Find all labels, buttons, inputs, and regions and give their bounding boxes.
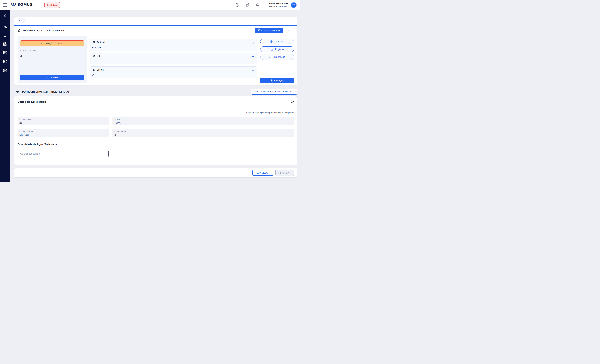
svg-text:?: ? <box>237 4 238 6</box>
stopwatch-icon <box>41 42 44 45</box>
logo-dot: . <box>33 3 34 7</box>
servicos-button[interactable]: ⚙ Serviços <box>260 77 294 84</box>
cliente-card[interactable]: Cliente Ge <box>90 66 257 78</box>
registro-button[interactable]: Registro <box>260 47 294 52</box>
info-icon[interactable] <box>290 100 294 103</box>
sidebar-item-widgets-2[interactable] <box>0 49 10 56</box>
house-icon <box>92 55 95 57</box>
note-add-icon[interactable] <box>245 3 250 7</box>
duration-panel: Duração: 19:21:17 ATENDIMENTO ✕ Finaliza… <box>18 36 87 83</box>
save-button[interactable]: SALVAR <box>275 170 294 176</box>
sidebar-item-widgets-4[interactable] <box>0 67 10 74</box>
info-card-label: Cliente <box>97 69 104 71</box>
top-bar: SOMUS . Qualidade ? EDWARD WILSON Atendi… <box>0 0 300 10</box>
info-card-value: 6172233 <box>92 46 101 49</box>
arrow-right-icon[interactable] <box>251 69 255 72</box>
person-icon <box>92 68 95 71</box>
sidebar <box>0 10 10 182</box>
required-fields-note: Campos com (*) são de preenchimento obri… <box>246 112 294 114</box>
solicitacao-form-card: Dados da Solicitação Campos com (*) são … <box>14 96 297 165</box>
atendimento-label: ATENDIMENTO <box>20 50 84 52</box>
duration-banner: Duração: 19:21:17 <box>20 40 84 46</box>
sidebar-item-customer-home[interactable] <box>0 23 10 30</box>
main-content: 19:21:17 Solicitante: SOLICITAÇÃO INTERN… <box>10 10 300 182</box>
page-title: Fornecimento Caminhão Tanque <box>22 90 69 93</box>
cancel-button[interactable]: CANCELAR <box>253 170 273 176</box>
field-codigo-uc: Código da UC 21 <box>18 117 109 125</box>
qualidade-badge: Qualidade <box>44 2 60 8</box>
save-disk-icon <box>278 171 281 174</box>
sidebar-item-widgets-1[interactable] <box>0 41 10 47</box>
informacao-button[interactable]: Informação <box>260 54 294 60</box>
logo-text: SOMUS <box>18 2 33 7</box>
quantity-input[interactable] <box>18 150 109 157</box>
field-endereco: Endereço R JOA <box>112 117 294 125</box>
receipt-icon <box>92 41 95 44</box>
logo-mark-icon <box>11 2 16 7</box>
field-codigo-cliente: Código Cliente 6187563 <box>18 129 109 137</box>
field-nome-cliente: Nome Cliente GER <box>112 129 294 137</box>
info-card-value: 21 <box>92 60 95 63</box>
note-add-icon <box>271 48 274 51</box>
registro-atendimento-ss-button[interactable]: REGISTRO DE ATENDIMENTO SS <box>251 89 297 95</box>
uc-card[interactable]: UC 21 <box>90 53 257 65</box>
protocolo-button[interactable]: Protocolo <box>260 39 294 44</box>
quantity-section-title: Quantidade de Água Solicitada <box>18 143 57 146</box>
finalizar-button[interactable]: ✕ Finalizar <box>20 75 84 80</box>
sidebar-item-home[interactable] <box>0 12 10 18</box>
person-add-icon <box>257 29 260 32</box>
cadastrar-solicitante-button[interactable]: Cadastrar Solicitante <box>255 28 283 33</box>
arrow-right-icon[interactable] <box>251 41 255 44</box>
user-name: EDWARD WILSON <box>269 2 288 5</box>
sidebar-item-widgets-3[interactable] <box>0 58 10 65</box>
info-card-label: UC <box>97 55 100 57</box>
collapse-chevron-icon[interactable] <box>287 29 290 32</box>
protocolo-card[interactable]: Protocolo 6172233 <box>90 39 257 51</box>
solicitante-value: SOLICITAÇÃO INTERNA <box>36 29 64 32</box>
mouse-cursor <box>20 55 23 57</box>
help-icon[interactable]: ? <box>235 3 240 7</box>
user-role: Atendimento Adminis... <box>269 5 288 8</box>
user-info[interactable]: EDWARD WILSON Atendimento Adminis... <box>269 2 288 8</box>
people-icon <box>18 29 21 32</box>
timer-tab[interactable]: 19:21:17 <box>18 18 25 23</box>
bell-icon[interactable] <box>255 3 260 7</box>
section-title: Dados da Solicitação <box>18 100 46 103</box>
sidebar-item-clipboard[interactable] <box>0 32 10 38</box>
solicitante-label: Solicitante: <box>23 29 36 32</box>
menu-icon[interactable] <box>3 3 7 7</box>
avatar[interactable]: EW <box>291 2 297 8</box>
back-arrow-icon[interactable] <box>16 90 19 93</box>
chat-icon <box>270 40 273 43</box>
atendimento-card: 19:21:17 Solicitante: SOLICITAÇÃO INTERN… <box>14 17 297 85</box>
info-card-value: Ge <box>92 74 95 76</box>
gear-icon: ⚙ <box>270 79 273 82</box>
form-actions-bar: CANCELAR SALVAR <box>14 168 297 177</box>
sidebar-divider <box>2 20 8 21</box>
arrow-right-icon[interactable] <box>251 55 255 58</box>
info-card-label: Protocolo <box>97 41 106 43</box>
app-logo: SOMUS . <box>11 2 34 7</box>
voice-person-icon <box>269 55 272 58</box>
close-icon: ✕ <box>47 76 48 79</box>
